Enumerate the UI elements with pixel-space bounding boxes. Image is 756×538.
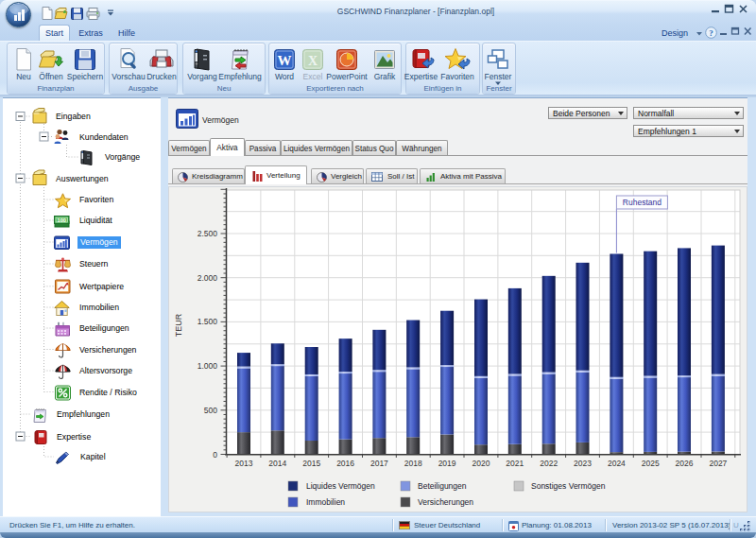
svg-text:Ruhestand: Ruhestand	[623, 198, 662, 207]
svg-text:?: ?	[709, 28, 713, 38]
svg-text:2027: 2027	[709, 459, 727, 468]
svg-text:2.500: 2.500	[198, 229, 218, 238]
svg-text:2.000: 2.000	[198, 273, 218, 283]
svg-text:0: 0	[213, 450, 217, 460]
svg-text:2020: 2020	[472, 459, 490, 468]
svg-text:2019: 2019	[438, 459, 456, 468]
svg-text:X: X	[308, 54, 318, 68]
svg-text:1.500: 1.500	[198, 317, 218, 326]
svg-text:Immobilien: Immobilien	[306, 497, 345, 507]
svg-text:2025: 2025	[642, 459, 660, 468]
svg-text:2022: 2022	[540, 459, 558, 468]
svg-text:1.000: 1.000	[198, 361, 218, 371]
svg-text:TEUR: TEUR	[174, 313, 183, 337]
svg-text:2016: 2016	[336, 459, 354, 468]
svg-text:2013: 2013	[235, 459, 253, 468]
svg-text:Sonstiges Vermögen: Sonstiges Vermögen	[531, 481, 606, 491]
svg-text:2024: 2024	[608, 459, 626, 468]
svg-text:2021: 2021	[506, 459, 524, 468]
svg-text:Beteiligungen: Beteiligungen	[418, 481, 467, 491]
svg-text:Liquides Vermögen: Liquides Vermögen	[306, 481, 375, 491]
svg-text:2017: 2017	[370, 459, 388, 468]
svg-text:2026: 2026	[676, 459, 694, 468]
svg-text:2014: 2014	[268, 459, 286, 468]
svg-text:2018: 2018	[404, 459, 422, 468]
svg-text:2023: 2023	[574, 459, 592, 468]
svg-text:2015: 2015	[302, 459, 320, 468]
svg-text:Versicherungen: Versicherungen	[418, 497, 473, 507]
svg-text:100: 100	[58, 217, 66, 223]
svg-text:W: W	[278, 53, 292, 68]
svg-text:500: 500	[204, 406, 217, 415]
